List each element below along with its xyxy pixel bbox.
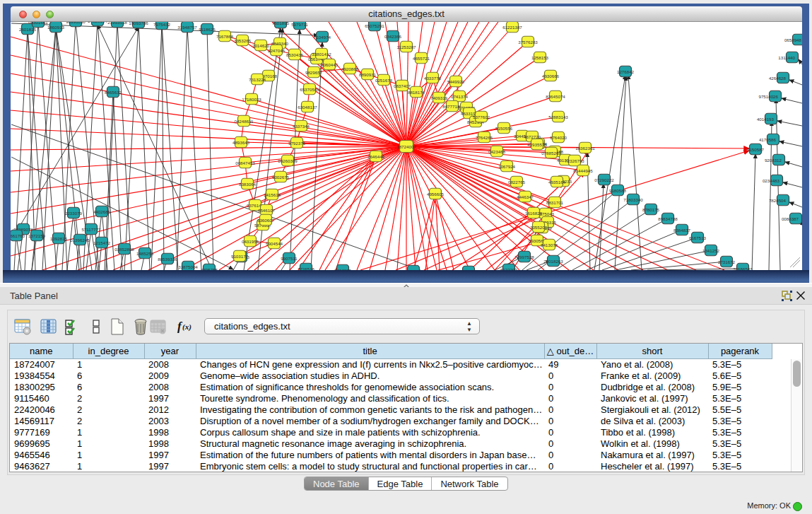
svg-text:1415618: 1415618 — [264, 192, 281, 197]
svg-text:81444945: 81444945 — [573, 168, 593, 173]
svg-text:88539336: 88539336 — [158, 257, 177, 262]
svg-text:04248611: 04248611 — [234, 119, 254, 124]
svg-text:6546107: 6546107 — [258, 208, 276, 213]
svg-text:9103177: 9103177 — [231, 254, 249, 259]
svg-text:21993518: 21993518 — [107, 22, 127, 25]
svg-text:1067924: 1067924 — [498, 164, 516, 169]
svg-text:5904544: 5904544 — [266, 241, 283, 246]
svg-text:24628194: 24628194 — [88, 22, 107, 23]
svg-text:6360607: 6360607 — [257, 218, 275, 223]
svg-text:1616828: 1616828 — [525, 211, 543, 216]
svg-text:6002675: 6002675 — [272, 175, 290, 180]
svg-text:2247045: 2247045 — [268, 48, 286, 53]
svg-text:65075291: 65075291 — [365, 23, 384, 28]
svg-text:09260309: 09260309 — [278, 158, 298, 163]
svg-text:00847453: 00847453 — [235, 160, 255, 165]
svg-text:89834788: 89834788 — [658, 216, 678, 221]
svg-text:03852808: 03852808 — [114, 247, 134, 252]
svg-text:0423468: 0423468 — [488, 149, 506, 154]
svg-text:7601895: 7601895 — [272, 22, 290, 25]
svg-text:83645074: 83645074 — [546, 94, 565, 99]
svg-text:4333776: 4333776 — [424, 76, 442, 81]
svg-text:18362361: 18362361 — [575, 146, 595, 151]
svg-text:4402685: 4402685 — [93, 209, 111, 214]
svg-text:7975432: 7975432 — [153, 22, 171, 27]
svg-text:4956605: 4956605 — [427, 192, 445, 197]
svg-text:5979711: 5979711 — [291, 22, 308, 27]
svg-text:8831701: 8831701 — [546, 200, 564, 205]
svg-text:0234483: 0234483 — [763, 178, 780, 183]
svg-text:97514026: 97514026 — [758, 94, 778, 99]
svg-text:8890931: 8890931 — [359, 72, 377, 77]
svg-text:4930666: 4930666 — [542, 74, 560, 78]
svg-text:3353265: 3353265 — [234, 38, 252, 43]
svg-text:4655721: 4655721 — [413, 56, 430, 61]
svg-text:2233079: 2233079 — [65, 211, 83, 216]
svg-text:8384837: 8384837 — [673, 228, 691, 233]
svg-text:0342366: 0342366 — [384, 34, 402, 39]
svg-text:19093786: 19093786 — [129, 22, 148, 25]
svg-text:4672720: 4672720 — [524, 134, 541, 139]
svg-text:0658948: 0658948 — [784, 37, 802, 42]
svg-text:72326793: 72326793 — [565, 158, 584, 163]
svg-text:20018263: 20018263 — [543, 259, 563, 264]
svg-text:63048137: 63048137 — [298, 105, 317, 110]
svg-text:71803340: 71803340 — [623, 197, 643, 202]
svg-text:1860913: 1860913 — [47, 25, 65, 30]
svg-text:4264628: 4264628 — [769, 76, 787, 81]
svg-text:7764265: 7764265 — [476, 135, 493, 140]
svg-text:2731672: 2731672 — [718, 259, 736, 264]
svg-text:72997528: 72997528 — [514, 255, 534, 259]
svg-text:5377602: 5377602 — [473, 115, 490, 119]
svg-text:1258153: 1258153 — [531, 55, 549, 60]
svg-text:7104974: 7104974 — [314, 35, 331, 40]
svg-text:7824504: 7824504 — [769, 198, 787, 203]
svg-text:8780175: 8780175 — [642, 207, 660, 212]
svg-text:33801412: 33801412 — [312, 52, 331, 57]
svg-text:37576283: 37576283 — [518, 40, 538, 45]
svg-text:9180588: 9180588 — [609, 188, 627, 193]
svg-text:9208312: 9208312 — [765, 158, 782, 163]
svg-text:6661760: 6661760 — [11, 233, 25, 238]
svg-text:0837407: 0837407 — [394, 83, 411, 88]
svg-text:7409319: 7409319 — [430, 95, 448, 100]
svg-text:6764020: 6764020 — [550, 135, 567, 140]
svg-text:65370565: 65370565 — [300, 87, 319, 92]
svg-text:9118625: 9118625 — [199, 27, 216, 32]
svg-text:1372159: 1372159 — [28, 233, 46, 238]
svg-text:31948757: 31948757 — [177, 25, 197, 30]
svg-text:4446347: 4446347 — [517, 194, 534, 199]
svg-text:8818174: 8818174 — [408, 90, 425, 95]
svg-text:8383064: 8383064 — [239, 182, 257, 187]
svg-text:4170586: 4170586 — [759, 137, 777, 142]
svg-text:0431955: 0431955 — [242, 239, 259, 244]
svg-text:9413078: 9413078 — [541, 243, 558, 247]
svg-text:9829657: 9829657 — [305, 70, 323, 75]
svg-text:33875004: 33875004 — [178, 264, 198, 269]
svg-text:18724007: 18724007 — [396, 144, 416, 149]
svg-text:5150556: 5150556 — [495, 126, 513, 131]
svg-text:07885261: 07885261 — [541, 151, 561, 156]
svg-text:4337344: 4337344 — [293, 124, 310, 129]
svg-text:(x): (x) — [182, 322, 192, 332]
svg-text:4893643: 4893643 — [233, 140, 250, 145]
svg-text:5449920: 5449920 — [447, 79, 465, 84]
svg-text:7313228: 7313228 — [249, 77, 266, 82]
svg-text:2646446: 2646446 — [367, 154, 385, 159]
svg-text:5150587: 5150587 — [747, 147, 765, 152]
svg-text:6167513: 6167513 — [689, 235, 707, 240]
svg-text:2014620: 2014620 — [252, 43, 270, 48]
svg-text:08301661: 08301661 — [28, 22, 48, 25]
svg-text:90996030: 90996030 — [66, 22, 86, 24]
svg-text:0822765: 0822765 — [508, 180, 526, 185]
svg-text:01396245: 01396245 — [70, 238, 90, 243]
svg-text:8465632: 8465632 — [105, 90, 122, 95]
svg-text:9907511: 9907511 — [281, 256, 298, 261]
svg-text:0088387: 0088387 — [782, 216, 799, 221]
svg-text:42935575: 42935575 — [527, 142, 547, 147]
svg-text:4014193: 4014193 — [757, 117, 775, 122]
svg-text:1485253: 1485253 — [136, 251, 154, 256]
svg-text:61221387: 61221387 — [502, 25, 522, 30]
svg-text:1311440: 1311440 — [778, 55, 795, 60]
svg-text:1276842: 1276842 — [617, 69, 635, 74]
